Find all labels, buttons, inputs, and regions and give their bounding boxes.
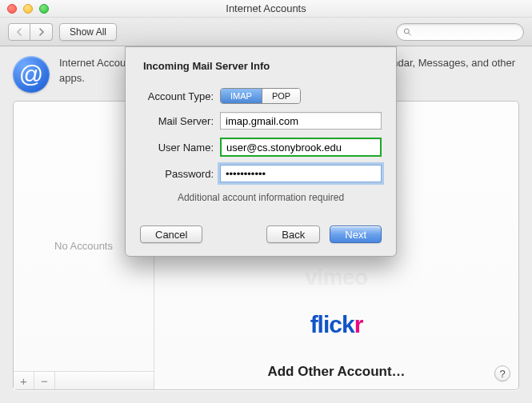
minimize-window-button[interactable]	[23, 4, 33, 14]
incoming-mail-sheet: Incoming Mail Server Info Account Type: …	[125, 46, 397, 257]
add-account-button[interactable]: +	[14, 372, 34, 389]
traffic-lights	[0, 4, 49, 14]
window-titlebar: Internet Accounts	[0, 0, 532, 18]
row-user-name: User Name:	[140, 138, 382, 157]
back-sheet-button[interactable]: Back	[266, 225, 320, 243]
remove-account-button[interactable]: −	[34, 372, 55, 389]
label-password: Password:	[140, 168, 220, 180]
nav-buttons	[8, 23, 53, 41]
flickr-text-1: flick	[310, 311, 354, 337]
zoom-window-button[interactable]	[39, 4, 49, 14]
cancel-button[interactable]: Cancel	[140, 225, 202, 243]
window-title: Internet Accounts	[0, 2, 532, 14]
account-type-segmented[interactable]: IMAP POP	[220, 88, 301, 104]
seg-pop[interactable]: POP	[262, 89, 300, 103]
help-button[interactable]: ?	[494, 365, 510, 381]
search-field[interactable]	[396, 23, 524, 41]
sheet-title: Incoming Mail Server Info	[143, 60, 382, 72]
add-other-account[interactable]: Add Other Account…	[267, 364, 405, 380]
label-account-type: Account Type:	[140, 90, 220, 102]
forward-button[interactable]	[30, 23, 53, 41]
label-user-name: User Name:	[140, 142, 220, 154]
at-sign-icon: @	[13, 56, 50, 93]
no-accounts-label: No Accounts	[54, 240, 113, 252]
user-name-input[interactable]	[220, 138, 382, 157]
provider-vimeo[interactable]: vimeo	[305, 265, 367, 290]
provider-flickr[interactable]: flickr	[310, 311, 363, 338]
additional-info-text: Additional account information required	[140, 192, 382, 203]
svg-line-1	[409, 33, 411, 35]
seg-imap[interactable]: IMAP	[221, 89, 262, 103]
sheet-button-row: Cancel Back Next	[140, 225, 382, 243]
row-mail-server: Mail Server:	[140, 112, 382, 130]
show-all-button[interactable]: Show All	[59, 23, 117, 41]
row-password: Password:	[140, 165, 382, 182]
label-mail-server: Mail Server:	[140, 115, 220, 127]
chevron-left-icon	[16, 28, 23, 36]
toolbar: Show All	[0, 18, 532, 46]
svg-point-0	[404, 29, 409, 34]
next-button[interactable]: Next	[330, 225, 382, 243]
search-icon	[403, 27, 412, 37]
back-button[interactable]	[8, 23, 30, 41]
mail-server-input[interactable]	[220, 112, 382, 130]
row-account-type: Account Type: IMAP POP	[140, 88, 382, 104]
sidebar-footer: + −	[14, 371, 154, 389]
chevron-right-icon	[38, 28, 45, 36]
close-window-button[interactable]	[7, 4, 17, 14]
password-input[interactable]	[220, 165, 382, 182]
flickr-text-2: r	[354, 311, 363, 337]
search-input[interactable]	[417, 26, 517, 38]
